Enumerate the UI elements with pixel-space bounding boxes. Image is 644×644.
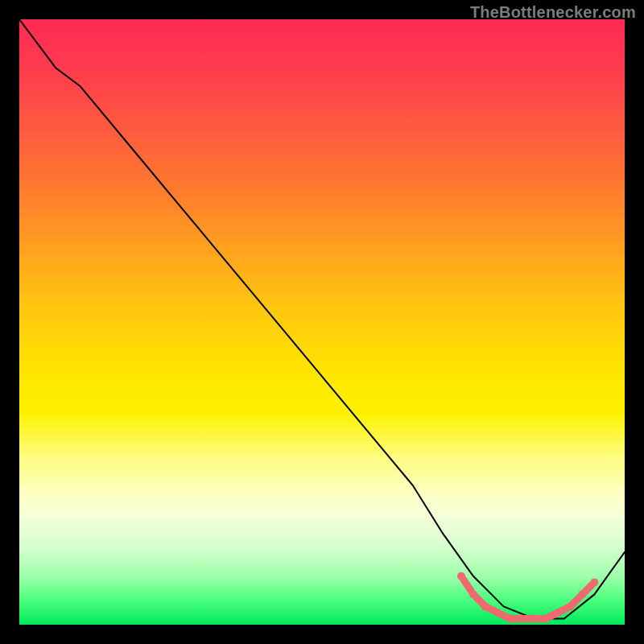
marker-dash xyxy=(572,597,580,605)
marker-dash xyxy=(476,597,484,605)
marker-dot xyxy=(590,578,598,586)
highlight-band xyxy=(457,572,598,623)
curve-layer xyxy=(19,19,625,625)
bottleneck-curve xyxy=(19,19,625,619)
marker-dash xyxy=(584,584,592,592)
plot-area xyxy=(19,19,625,625)
chart-container: TheBottlenecker.com xyxy=(0,0,644,644)
marker-dash xyxy=(464,580,472,591)
